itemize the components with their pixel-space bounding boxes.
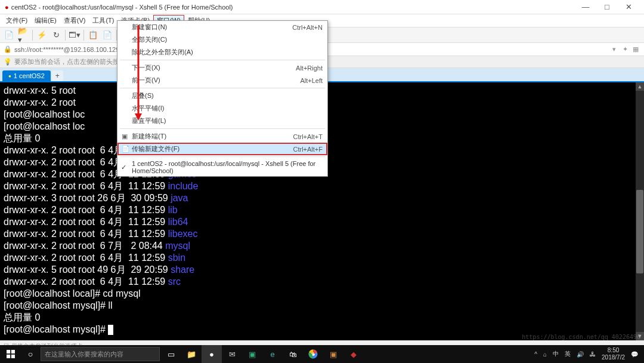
cortana-icon[interactable]: ○: [21, 349, 39, 359]
svg-rect-2: [7, 350, 10, 353]
menu-view[interactable]: 查看(V): [60, 15, 89, 26]
tray-people-icon[interactable]: ⌂: [543, 351, 547, 358]
menu-item-label: 下一页(X): [132, 63, 160, 72]
menu-item-label: 1 centOS2 - root@localhost:/usr/local/my…: [132, 160, 323, 174]
window-dropdown: 新建窗口(N)Ctrl+Alt+N全部关闭(C)除此之外全部关闭(A)下一页(X…: [117, 20, 328, 177]
menu-item[interactable]: 前一页(V)Alt+Left: [117, 74, 327, 87]
tray-network-icon[interactable]: 🖧: [590, 351, 596, 358]
menu-item-label: 除此之外全部关闭(A): [132, 48, 193, 57]
menu-item[interactable]: 全部关闭(C): [117, 33, 327, 46]
addr-btn-icon[interactable]: ✦: [620, 45, 630, 53]
addr-go-icon[interactable]: ▦: [631, 45, 640, 53]
taskbar-search[interactable]: 在这里输入你要搜索的内容: [41, 347, 160, 361]
menu-file[interactable]: 文件(F): [2, 15, 31, 26]
mail-icon[interactable]: ✉: [222, 345, 242, 363]
menu-item-shortcut: Alt+Left: [300, 77, 323, 84]
scroll-thumb[interactable]: [636, 190, 643, 273]
menu-edit[interactable]: 编辑(E): [31, 15, 60, 26]
tab-centos2[interactable]: ● 1 centOS2: [2, 70, 51, 81]
search-placeholder: 在这里输入你要搜索的内容: [45, 350, 123, 359]
menu-item-shortcut: Ctrl+Alt+N: [292, 24, 323, 31]
explorer-icon[interactable]: 📁: [181, 345, 202, 363]
bulb-icon: 💡: [4, 58, 12, 66]
menu-item-label: 前一页(V): [132, 76, 160, 85]
tray-volume-icon[interactable]: 🔊: [577, 351, 584, 358]
tray-up-icon[interactable]: ^: [534, 351, 537, 358]
menu-tools[interactable]: 工具(T): [89, 15, 117, 26]
task-view-icon[interactable]: ▭: [161, 345, 181, 363]
app-icon: ●: [5, 4, 9, 11]
menu-item[interactable]: 下一页(X)Alt+Right: [117, 61, 327, 74]
svg-rect-4: [7, 355, 10, 358]
menu-item-label: 垂直平铺(L): [132, 116, 166, 125]
menu-item[interactable]: 除此之外全部关闭(A): [117, 46, 327, 59]
menu-item-label: 全部关闭(C): [132, 35, 167, 44]
properties-icon[interactable]: 🗔▾: [69, 30, 80, 41]
new-session-icon[interactable]: 📄: [4, 30, 14, 41]
addr-dropdown-icon[interactable]: ▾: [609, 45, 619, 53]
svg-rect-3: [11, 350, 15, 353]
copy-icon[interactable]: 📋: [88, 30, 98, 41]
menu-item[interactable]: 📄传输新建文件(F)Ctrl+Alt+F: [117, 143, 327, 155]
menu-item[interactable]: 水平平铺(I): [117, 102, 327, 115]
terminal-scrollbar[interactable]: ▲ ▼: [636, 82, 644, 340]
edge-icon[interactable]: e: [262, 345, 283, 363]
notifications-icon[interactable]: 💬: [631, 351, 638, 358]
menu-item-icon: 📄: [122, 145, 130, 153]
new-tab-button[interactable]: +: [52, 70, 63, 81]
open-icon[interactable]: 📂▾: [18, 30, 29, 41]
tab-label: 1 centOS2: [14, 72, 45, 79]
lock-icon: 🔒: [4, 45, 12, 53]
menu-item[interactable]: 垂直平铺(L): [117, 115, 327, 127]
paste-icon[interactable]: 📄: [102, 30, 113, 41]
xshell-taskbar-icon[interactable]: ●: [202, 345, 222, 363]
menu-item-label: 新建终端(T): [132, 132, 166, 141]
menu-item-shortcut: Ctrl+Alt+F: [293, 146, 323, 153]
watermark: https://blog.csdn.net/qq_40226496: [522, 334, 640, 340]
menu-item-shortcut: Alt+Right: [296, 64, 323, 72]
chrome-icon[interactable]: [303, 345, 323, 363]
close-button[interactable]: ✕: [618, 2, 639, 11]
maximize-button[interactable]: □: [596, 2, 618, 11]
menu-item-label: 水平平铺(I): [132, 104, 164, 113]
menu-item-label: 层叠(S): [132, 91, 154, 100]
windows-taskbar: ○ 在这里输入你要搜索的内容 ▭ 📁 ● ✉ ▣ e 🛍 ▣ ◆ ^ ⌂ 中 英…: [0, 345, 644, 363]
title-bar: ● centOS2 - root@localhost:/usr/local/my…: [0, 0, 644, 14]
menu-item[interactable]: ▣新建终端(T)Ctrl+Alt+T: [117, 130, 327, 143]
menu-item-label: 传输新建文件(F): [132, 144, 179, 153]
status-dot-icon: ●: [8, 73, 11, 79]
menu-item-label: 新建窗口(N): [132, 23, 167, 32]
reconnect-icon[interactable]: ↻: [51, 30, 61, 41]
scroll-up-icon[interactable]: ▲: [636, 82, 644, 91]
menu-item[interactable]: 层叠(S): [117, 90, 327, 102]
address-text[interactable]: ssh://root:********@192.168.100.129: [14, 46, 119, 53]
hint-text: 要添加当前会话，点击左侧的箭头按钮。: [14, 57, 132, 66]
store-icon[interactable]: 🛍: [283, 345, 303, 363]
tray-ime2-icon[interactable]: 英: [565, 350, 571, 358]
menu-item-shortcut: Ctrl+Alt+T: [293, 133, 323, 140]
app3-icon[interactable]: ◆: [343, 345, 364, 363]
svg-rect-5: [11, 355, 15, 358]
window-title: centOS2 - root@localhost:/usr/local/mysq…: [11, 4, 233, 11]
menu-item-session[interactable]: 1 centOS2 - root@localhost:/usr/local/my…: [117, 158, 327, 176]
tray-ime1-icon[interactable]: 中: [553, 350, 559, 358]
app1-icon[interactable]: ▣: [242, 345, 262, 363]
menu-item-icon: ▣: [120, 133, 129, 140]
minimize-button[interactable]: —: [575, 2, 596, 11]
app2-icon[interactable]: ▣: [323, 345, 343, 363]
menu-item[interactable]: 新建窗口(N)Ctrl+Alt+N: [117, 21, 327, 33]
system-tray[interactable]: ^ ⌂ 中 英 🔊 🖧 8:502018/7/2 💬: [528, 347, 644, 361]
taskbar-clock[interactable]: 8:502018/7/2: [602, 347, 625, 361]
connect-icon[interactable]: ⚡: [36, 30, 47, 41]
start-button[interactable]: [0, 345, 21, 363]
